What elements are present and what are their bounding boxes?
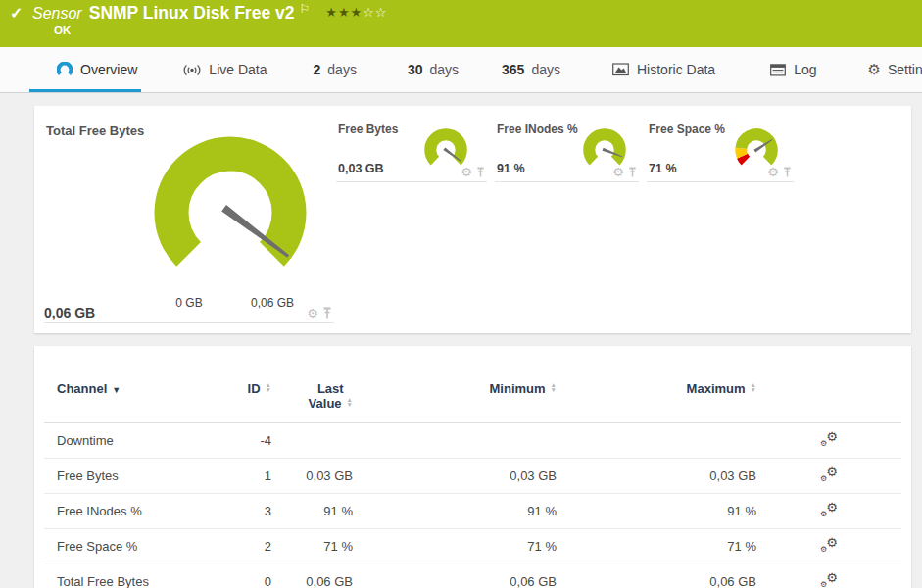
column-header-channel[interactable]: Channel▼ xyxy=(44,346,201,423)
total-free-bytes-gauge xyxy=(132,129,328,296)
tab-historic-data-label: Historic Data xyxy=(637,62,715,77)
column-header-last-value[interactable]: Last Value▲▼ xyxy=(275,346,357,423)
channels-table: Channel▼ ID▲▼ Last Value▲▼ Minimum▲▼ Max… xyxy=(44,346,901,588)
stars-filled[interactable]: ★★★ xyxy=(325,5,363,20)
cell-channel: Free Space % xyxy=(44,529,201,564)
tab-30-days-unit: days xyxy=(429,62,459,77)
priority-stars[interactable]: ★★★☆☆ xyxy=(325,5,387,20)
gauge-scale-max: 0,06 GB xyxy=(233,296,312,310)
table-row: Free INodes % 3 91 % 91 % 91 % ⚙⚙ xyxy=(44,494,901,529)
tab-historic-data[interactable]: Historic Data xyxy=(612,47,715,92)
column-header-minimum[interactable]: Minimum▲▼ xyxy=(357,346,560,423)
table-row: Free Bytes 1 0,03 GB 0,03 GB 0,03 GB ⚙⚙ xyxy=(44,459,901,494)
status-ok-check-icon: ✓ xyxy=(10,4,23,23)
edit-channel-gears-icon[interactable]: ⚙⚙ xyxy=(820,572,838,588)
cell-id: 2 xyxy=(201,529,275,564)
tab-log[interactable]: Log xyxy=(770,47,816,92)
gauge-value: 71 % xyxy=(649,162,677,175)
cell-id: 3 xyxy=(201,494,275,529)
tab-30-days-number: 30 xyxy=(408,62,423,77)
gauge-title: Free Bytes xyxy=(338,122,398,136)
gauge-scale-min: 0 GB xyxy=(150,296,228,310)
content-area: Total Free Bytes 0 GB 0,06 GB 0,06 GB ⚙ … xyxy=(0,93,922,588)
cell-channel: Downtime xyxy=(44,423,201,459)
gauge-pin-icon[interactable] xyxy=(628,167,637,178)
gauges-card: Total Free Bytes 0 GB 0,06 GB 0,06 GB ⚙ … xyxy=(34,106,911,333)
table-row: Downtime -4 ⚙⚙ xyxy=(44,423,901,459)
cell-last-value: 71 % xyxy=(275,529,357,564)
tab-overview-label: Overview xyxy=(80,62,137,77)
cell-minimum: 0,06 GB xyxy=(357,564,560,588)
table-row: Free Space % 2 71 % 71 % 71 % ⚙⚙ xyxy=(44,529,901,564)
gauge-title: Free INodes % xyxy=(497,122,578,136)
gauge-value: 0,03 GB xyxy=(338,162,384,175)
tab-settings[interactable]: ⚙ Settings xyxy=(867,47,922,92)
cell-maximum: 71 % xyxy=(560,529,760,564)
gauge-settings-gear-icon[interactable]: ⚙ xyxy=(767,166,779,178)
sort-arrows-icon: ▲▼ xyxy=(751,382,756,392)
gauge-tile-free-inodes[interactable]: Free INodes % 91 % ⚙ xyxy=(495,118,639,182)
cell-maximum xyxy=(560,423,760,459)
log-list-icon xyxy=(770,64,786,76)
gauge-pin-icon[interactable] xyxy=(322,307,332,319)
cell-maximum: 91 % xyxy=(560,494,760,529)
cell-last-value: 0,03 GB xyxy=(275,459,357,494)
gauge-title: Total Free Bytes xyxy=(46,123,144,138)
cell-maximum: 0,06 GB xyxy=(560,564,760,588)
cell-id: 0 xyxy=(201,564,275,588)
cell-minimum: 71 % xyxy=(357,529,560,564)
cell-id: -4 xyxy=(201,423,275,459)
edit-channel-gears-icon[interactable]: ⚙⚙ xyxy=(820,466,838,482)
live-signal-icon xyxy=(183,64,201,76)
channels-card: Channel▼ ID▲▼ Last Value▲▼ Minimum▲▼ Max… xyxy=(34,346,911,588)
tab-live-data-label: Live Data xyxy=(209,62,267,77)
gauge-icon xyxy=(57,62,73,77)
gauge-pin-icon[interactable] xyxy=(476,167,485,178)
edit-channel-gears-icon[interactable]: ⚙⚙ xyxy=(820,431,838,447)
gauge-value: 0,06 GB xyxy=(44,305,95,320)
stars-empty[interactable]: ☆☆ xyxy=(363,5,387,20)
sensor-status-text: OK xyxy=(32,24,922,36)
gauge-title: Free Space % xyxy=(649,122,725,136)
tab-30-days[interactable]: 30 days xyxy=(408,47,459,92)
cell-minimum: 91 % xyxy=(357,494,560,529)
gauge-tile-total-free-bytes[interactable]: Total Free Bytes 0 GB 0,06 GB 0,06 GB ⚙ xyxy=(44,118,334,323)
cell-last-value xyxy=(275,423,357,459)
cell-maximum: 0,03 GB xyxy=(560,459,760,494)
gauge-settings-gear-icon[interactable]: ⚙ xyxy=(307,307,318,319)
sort-arrows-icon: ▲▼ xyxy=(551,382,557,392)
tab-2-days-number: 2 xyxy=(314,62,321,77)
tab-365-days[interactable]: 365 days xyxy=(502,47,560,92)
tab-365-days-number: 365 xyxy=(502,62,524,77)
gauge-error-segment xyxy=(743,156,746,161)
table-header-row: Channel▼ ID▲▼ Last Value▲▼ Minimum▲▼ Max… xyxy=(44,346,901,423)
tab-settings-label: Settings xyxy=(888,62,922,77)
gauge-settings-gear-icon[interactable]: ⚙ xyxy=(612,166,624,178)
gauge-settings-gear-icon[interactable]: ⚙ xyxy=(461,166,472,178)
tab-2-days[interactable]: 2 days xyxy=(314,47,357,92)
gauge-warning-segment xyxy=(741,148,742,156)
tab-live-data[interactable]: Live Data xyxy=(183,47,267,92)
cell-minimum xyxy=(357,423,560,459)
priority-flag-icon: ⚐ xyxy=(299,2,310,16)
gauge-tile-free-space[interactable]: Free Space % 71 % ⚙ xyxy=(647,118,794,182)
gauge-tile-free-bytes[interactable]: Free Bytes 0,03 GB ⚙ xyxy=(336,118,487,182)
table-row: Total Free Bytes 0 0,06 GB 0,06 GB 0,06 … xyxy=(44,564,901,588)
tab-overview[interactable]: Overview xyxy=(57,47,137,92)
sort-arrows-icon: ▲▼ xyxy=(347,397,353,407)
column-header-actions xyxy=(760,346,901,423)
sort-arrows-icon: ▲▼ xyxy=(266,382,271,392)
column-header-maximum[interactable]: Maximum▲▼ xyxy=(560,346,760,423)
gauge-pin-icon[interactable] xyxy=(783,167,792,178)
sensor-title-block: Sensor SNMP Linux Disk Free v2 ⚐ ★★★☆☆ O… xyxy=(0,0,922,36)
cell-minimum: 0,03 GB xyxy=(357,459,560,494)
column-header-id[interactable]: ID▲▼ xyxy=(201,346,275,423)
edit-channel-gears-icon[interactable]: ⚙⚙ xyxy=(820,502,838,517)
cell-last-value: 91 % xyxy=(275,494,357,529)
cell-channel: Free INodes % xyxy=(44,494,201,529)
cell-id: 1 xyxy=(201,459,275,494)
chart-icon xyxy=(612,63,629,76)
gauge-value: 91 % xyxy=(497,162,525,175)
edit-channel-gears-icon[interactable]: ⚙⚙ xyxy=(820,537,838,553)
sort-caret-icon: ▼ xyxy=(112,385,121,395)
